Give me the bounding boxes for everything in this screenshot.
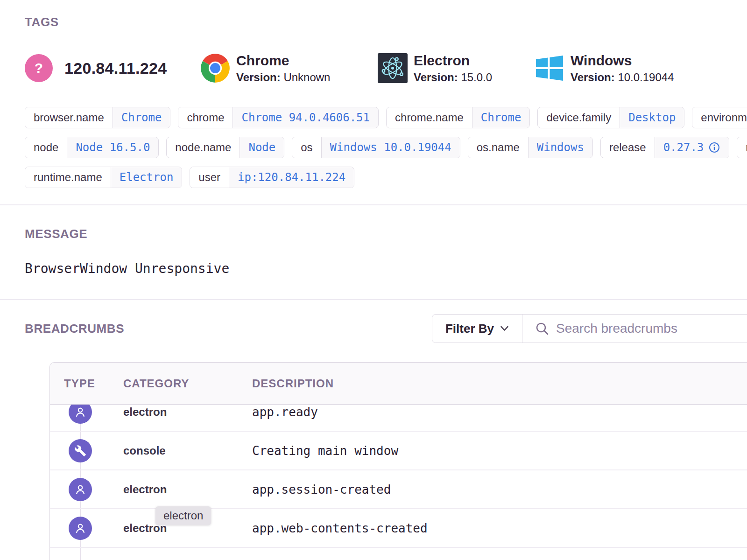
tag-pill-runtime-name[interactable]: runtime.name Electron [25, 167, 182, 188]
tag-pill-environment[interactable]: environm [692, 107, 747, 128]
chevron-down-icon [500, 325, 509, 332]
pill-key: node [25, 137, 67, 158]
tag-summary-os[interactable]: Windows Version: 10.0.19044 [535, 53, 674, 84]
tag-browser-version: Version: Unknown [236, 71, 330, 84]
tag-browser-name: Chrome [236, 53, 330, 69]
tag-os-text: Windows Version: 10.0.19044 [571, 53, 674, 84]
breadcrumb-row[interactable]: console Creating main window [50, 432, 747, 470]
tag-pill-release[interactable]: release 0.27.3 [600, 137, 729, 158]
breadcrumb-description: app.web-contents-created [252, 521, 747, 535]
tag-runtime-version: Version: 15.0.0 [414, 71, 492, 84]
pill-value[interactable]: 0.27.3 [655, 137, 729, 158]
tooltip-label: electron [163, 509, 203, 522]
breadcrumb-description: app.session-created [252, 483, 747, 497]
release-version: 0.27.3 [663, 141, 704, 154]
breadcrumb-row-partial [50, 548, 747, 560]
user-icon [69, 478, 92, 501]
breadcrumbs-table-body: electron app.ready console Creating main… [50, 405, 747, 560]
type-cell [50, 478, 123, 501]
tag-os-version: Version: 10.0.19044 [571, 71, 674, 84]
pill-value[interactable]: Windows 10.0.19044 [321, 137, 460, 158]
pill-key: user [190, 167, 229, 188]
electron-logo-icon [378, 53, 408, 83]
tag-pill-node-name[interactable]: node.name Node [166, 137, 284, 158]
breadcrumb-row[interactable]: electron app.session-created [50, 470, 747, 509]
type-cell [50, 439, 123, 462]
breadcrumb-category: electron [123, 406, 252, 419]
pill-key: ru [737, 137, 747, 158]
version-label: Version: [571, 71, 615, 84]
pill-value[interactable]: Desktop [620, 107, 684, 128]
pill-key: os [292, 137, 321, 158]
breadcrumb-description: app.ready [252, 405, 747, 419]
version-label: Version: [414, 71, 458, 84]
pill-key: release [601, 137, 655, 158]
breadcrumbs-section: BREADCRUMBS Filter By [0, 300, 747, 560]
tag-pill-chrome[interactable]: chrome Chrome 94.0.4606.51 [178, 107, 379, 128]
tag-runtime-text: Electron Version: 15.0.0 [414, 53, 492, 84]
info-icon[interactable] [708, 141, 720, 154]
column-header-type: TYPE [50, 377, 123, 390]
breadcrumbs-table: TYPE CATEGORY DESCRIPTION el [49, 362, 747, 560]
tag-pill-os-name[interactable]: os.name Windows [468, 137, 593, 158]
type-cell [50, 517, 123, 540]
version-value: Unknown [283, 71, 330, 84]
pill-value[interactable]: Chrome [472, 107, 530, 128]
breadcrumbs-section-title: BREADCRUMBS [25, 322, 124, 336]
breadcrumb-row[interactable]: electron app.web-contents-created [50, 509, 747, 548]
breadcrumb-description: Creating main window [252, 444, 747, 458]
search-breadcrumbs-input[interactable] [556, 321, 747, 336]
pill-value[interactable]: Electron [111, 167, 182, 188]
tag-ip-value: 120.84.11.224 [64, 59, 167, 77]
category-tooltip: electron [155, 506, 211, 525]
tag-pill-node[interactable]: node Node 16.5.0 [25, 137, 159, 158]
tag-pill-runtime[interactable]: ru [737, 137, 747, 158]
tag-pill-chrome-name[interactable]: chrome.name Chrome [386, 107, 530, 128]
version-label: Version: [236, 71, 281, 84]
tag-summary-user[interactable]: ? 120.84.11.224 [25, 53, 200, 84]
message-section: MESSAGE BrowserWindow Unresponsive [0, 205, 747, 276]
pill-value[interactable]: ip:120.84.11.224 [229, 167, 354, 188]
tag-pill-row: runtime.name Electron user ip:120.84.11.… [25, 167, 747, 188]
pill-value[interactable]: Chrome [113, 107, 170, 128]
column-header-description: DESCRIPTION [252, 377, 747, 390]
pill-key: chrome [178, 107, 233, 128]
event-detail-page: TAGS ? 120.84.11.224 Chrome Ve [0, 0, 747, 560]
tag-pills: browser.name Chrome chrome Chrome 94.0.4… [25, 107, 747, 188]
user-icon [69, 405, 92, 424]
pill-value[interactable]: Chrome 94.0.4606.51 [233, 107, 378, 128]
tag-os-name: Windows [571, 53, 674, 69]
chrome-logo-icon [200, 53, 230, 83]
user-icon [69, 517, 92, 540]
question-avatar-icon: ? [25, 54, 53, 82]
pill-value[interactable]: Node [240, 137, 284, 158]
tag-pill-os[interactable]: os Windows 10.0.19044 [292, 137, 460, 158]
pill-key: device.family [538, 107, 620, 128]
search-icon [535, 321, 550, 336]
breadcrumbs-header: BREADCRUMBS Filter By [25, 314, 747, 343]
message-section-title: MESSAGE [25, 227, 747, 241]
tag-browser-text: Chrome Version: Unknown [236, 53, 330, 84]
pill-key: node.name [167, 137, 240, 158]
windows-logo-icon [535, 53, 564, 83]
tag-summary-runtime[interactable]: Electron Version: 15.0.0 [378, 53, 535, 84]
pill-key: runtime.name [25, 167, 111, 188]
filter-by-button[interactable]: Filter By [432, 315, 522, 343]
tags-section: TAGS ? 120.84.11.224 Chrome Ve [0, 0, 747, 188]
pill-key: chrome.name [387, 107, 472, 128]
breadcrumb-category: console [123, 444, 252, 457]
pill-value[interactable]: Windows [528, 137, 592, 158]
pill-value[interactable]: Node 16.5.0 [67, 137, 158, 158]
version-value: 15.0.0 [461, 71, 492, 84]
version-value: 10.0.19044 [618, 71, 674, 84]
tag-pill-browser-name[interactable]: browser.name Chrome [25, 107, 170, 128]
tag-pill-device-family[interactable]: device.family Desktop [537, 107, 684, 128]
tag-runtime-name: Electron [414, 53, 492, 69]
breadcrumbs-searchbox [522, 315, 747, 343]
tag-summary-row: ? 120.84.11.224 Chrome Version: Unknown [25, 53, 747, 84]
filter-by-label: Filter By [445, 322, 494, 336]
tag-pill-user[interactable]: user ip:120.84.11.224 [190, 167, 354, 188]
pill-key: os.name [468, 137, 528, 158]
breadcrumb-row[interactable]: electron app.ready [50, 405, 747, 432]
tag-summary-browser[interactable]: Chrome Version: Unknown [200, 53, 378, 84]
